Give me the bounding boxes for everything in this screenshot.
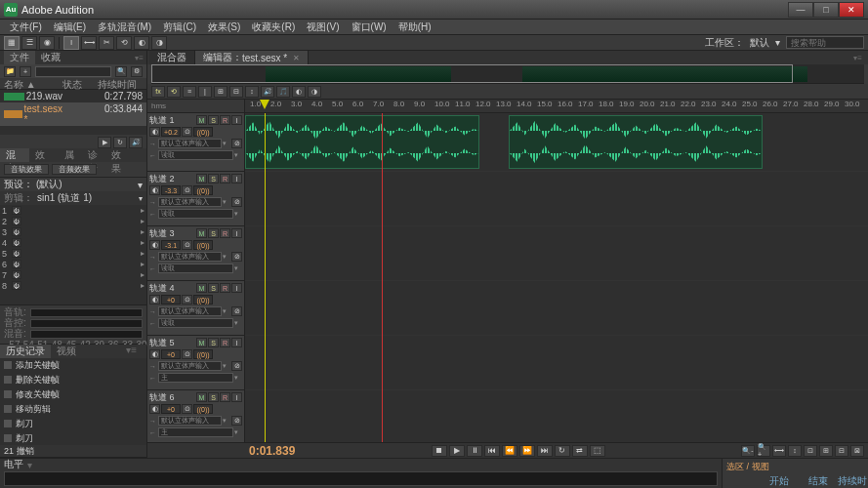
transport-button[interactable]: ▶ (449, 445, 465, 457)
menu-item[interactable]: 剪辑(C) (157, 20, 202, 34)
volume-knob[interactable]: +0.2 (161, 127, 181, 137)
solo-button[interactable]: S (208, 174, 219, 183)
zoom-button[interactable]: ↕ (788, 445, 802, 457)
volume-knob[interactable]: +0 (161, 295, 181, 305)
file-row[interactable]: 219.wav0:27.798 (0, 90, 146, 102)
monitor-button[interactable]: I (231, 174, 242, 183)
fx-power-icon[interactable]: ⏻ (12, 206, 21, 215)
track-tool-button[interactable]: ↕ (245, 86, 259, 98)
workspace-dropdown[interactable]: 默认 (750, 36, 769, 50)
minimize-button[interactable]: — (788, 2, 813, 18)
overview-bar[interactable] (151, 64, 864, 84)
column-header[interactable]: 持续时间 (98, 78, 143, 89)
track-lane[interactable] (245, 281, 868, 336)
monitor-button[interactable]: I (231, 338, 242, 347)
mute-button[interactable]: M (196, 338, 207, 347)
solo-button[interactable]: S (208, 338, 219, 347)
transport-button[interactable]: ↻ (555, 445, 570, 457)
input-dropdown[interactable]: 默认立体声输入 (158, 361, 222, 371)
track-tool-button[interactable]: | (198, 86, 212, 98)
track-lane[interactable] (245, 172, 868, 226)
input-dropdown[interactable]: 默认立体声输入 (158, 139, 222, 148)
menu-item[interactable]: 效果(S) (202, 20, 246, 34)
monitor-button[interactable]: I (231, 283, 242, 293)
transport-button[interactable]: ⏭ (537, 445, 553, 457)
open-file-icon[interactable]: 📁 (4, 66, 16, 77)
transport-button[interactable]: ⏮ (484, 445, 500, 457)
input-dropdown[interactable]: 默认立体声输入 (158, 306, 222, 316)
track-tool-button[interactable]: ⊞ (214, 86, 227, 98)
output-dropdown[interactable]: 读取 (158, 209, 233, 219)
tool-button[interactable]: ⟲ (116, 36, 132, 50)
column-header[interactable]: 状态 (62, 78, 98, 89)
cd-view-button[interactable]: ◉ (39, 36, 55, 50)
track-tool-button[interactable]: ◐ (292, 86, 306, 98)
monitor-button[interactable]: I (231, 228, 242, 238)
output-dropdown[interactable]: 读取 (158, 264, 233, 273)
multitrack-view-button[interactable]: ☰ (21, 36, 37, 50)
input-dropdown[interactable]: 默认立体声输入 (158, 416, 222, 426)
zoom-button[interactable]: ⊡ (804, 445, 817, 457)
volume-knob[interactable]: -3.3 (161, 185, 181, 195)
pan-knob[interactable]: ((0)) (193, 240, 213, 250)
track-fx-button[interactable]: 音轨效果 (4, 164, 49, 175)
history-item[interactable]: 添加关键帧 (0, 358, 146, 373)
solo-button[interactable]: S (208, 228, 219, 238)
mixer-tab[interactable]: 效果组 (29, 148, 59, 162)
mixer-tab[interactable]: 效果组 (105, 148, 135, 162)
playhead-marker[interactable] (260, 100, 269, 109)
record-button[interactable]: R (220, 228, 230, 238)
menu-item[interactable]: 多轨混音(M) (92, 20, 157, 34)
track-header[interactable]: 轨道 1MSRI ◐+0.2⊙((0)) →默认立体声输入▾⊘ ←读取▾ (147, 113, 244, 172)
fx-chevron-icon[interactable]: ▸ (141, 270, 145, 279)
mute-button[interactable]: M (196, 115, 207, 125)
record-button[interactable]: R (220, 283, 230, 293)
track-tool-button[interactable]: ◑ (308, 86, 321, 98)
maximize-button[interactable]: □ (813, 2, 839, 18)
preview-button[interactable]: ↻ (113, 137, 127, 148)
track-header[interactable]: 轨道 5MSRI ◐+0⊙((0)) →默认立体声输入▾⊘ ←主▾ (147, 336, 244, 390)
video-tab[interactable]: 视频 (51, 345, 82, 358)
history-tab[interactable]: 历史记录 (0, 345, 51, 358)
preset-value[interactable]: (默认) (36, 178, 62, 191)
help-search-input[interactable] (786, 36, 864, 49)
fx-power-icon[interactable]: ⏻ (12, 281, 21, 290)
transport-button[interactable]: ⬚ (590, 445, 605, 457)
zoom-button[interactable]: ⊟ (835, 445, 848, 457)
preview-button[interactable]: 🔊 (129, 137, 143, 148)
zoom-button[interactable]: 🔍- (741, 445, 755, 457)
track-tool-button[interactable]: ≡ (183, 86, 196, 98)
preset-chevron-icon[interactable]: ▾ (138, 180, 143, 190)
playhead-line[interactable] (265, 113, 266, 442)
transport-button[interactable]: ⏸ (467, 445, 482, 457)
track-tool-button[interactable]: 🔊 (261, 86, 274, 98)
audio-fx-button[interactable]: 音频效果 (52, 164, 97, 175)
history-item[interactable]: 删除关键帧 (0, 373, 146, 387)
input-dropdown[interactable]: 默认立体声输入 (158, 252, 222, 262)
menu-item[interactable]: 帮助(H) (393, 20, 437, 34)
track-lane[interactable] (245, 390, 868, 442)
record-button[interactable]: R (220, 338, 230, 347)
solo-button[interactable]: S (208, 283, 219, 293)
mixer-tab[interactable] (135, 148, 146, 162)
mixer-tab[interactable]: 诊断 (82, 148, 105, 162)
files-search-icon[interactable]: 🔍 (115, 66, 127, 77)
pan-knob[interactable]: ((0)) (193, 404, 213, 414)
fx-chevron-icon[interactable]: ▸ (141, 281, 145, 290)
audio-clip[interactable] (509, 115, 763, 169)
mute-button[interactable]: M (196, 392, 207, 402)
track-header[interactable]: 轨道 2MSRI ◐-3.3⊙((0)) →默认立体声输入▾⊘ ←读取▾ (147, 172, 244, 226)
fx-power-icon[interactable]: ⏻ (12, 217, 21, 225)
pan-knob[interactable]: ((0)) (193, 185, 213, 195)
transport-button[interactable]: ⏪ (502, 445, 517, 457)
track-tool-button[interactable]: ⊟ (229, 86, 243, 98)
track-lane[interactable] (245, 113, 868, 172)
clip-expand-icon[interactable]: ▾ (139, 194, 143, 203)
transport-button[interactable]: ⏩ (519, 445, 535, 457)
fx-chevron-icon[interactable]: ▸ (141, 227, 145, 236)
overview-selection[interactable] (151, 64, 793, 83)
history-item[interactable]: 剃刀 (0, 417, 146, 431)
solo-button[interactable]: S (208, 115, 219, 125)
pan-knob[interactable]: ((0)) (193, 295, 213, 305)
menu-item[interactable]: 窗口(W) (346, 20, 393, 34)
